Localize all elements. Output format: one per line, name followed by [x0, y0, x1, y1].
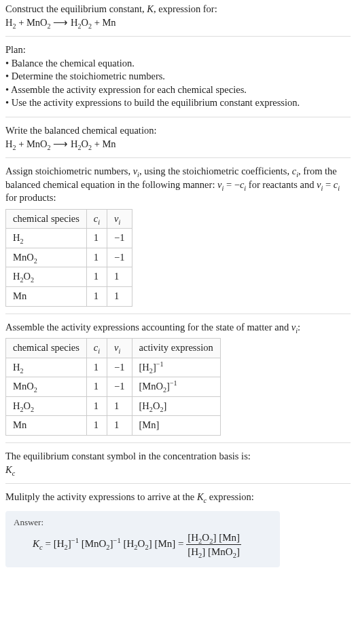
stoich-paragraph: Assign stoichiometric numbers, νi, using… [5, 165, 351, 205]
intro-block: Construct the equilibrium constant, K, e… [5, 3, 351, 29]
separator [5, 117, 351, 117]
answer-box: Answer: Kc = [H2]−1 [MnO2]−1 [H2O2] [Mn]… [5, 511, 280, 567]
table-row: H2 1 −1 [6, 229, 132, 248]
table-row: MnO2 1 −1 [6, 248, 132, 267]
answer-label: Answer: [14, 516, 272, 529]
table-header: νi [107, 339, 132, 358]
plan-heading: Plan: [5, 44, 26, 55]
final-heading: Mulitply the activity expressions to arr… [5, 491, 351, 504]
separator [5, 442, 351, 443]
plan-bullet: • Balance the chemical equation. [5, 58, 135, 69]
table-row: H2O2 1 1 [6, 267, 132, 287]
plan-bullet: • Assemble the activity expression for e… [5, 84, 247, 95]
plan-bullet: • Determine the stoichiometric numbers. [5, 71, 165, 81]
table-row: H2 1 −1 [H2]−1 [6, 358, 221, 377]
kc-basis-block: The equilibrium constant symbol in the c… [5, 450, 351, 476]
table-row: Mn 1 1 [6, 287, 132, 307]
table-header: ci [86, 339, 107, 358]
intro-prompt: Construct the equilibrium constant, [5, 3, 147, 14]
separator [5, 36, 351, 37]
balanced-heading: Write the balanced chemical equation: [5, 125, 156, 136]
balanced-equation: H2 + MnO2 ⟶ H2O2 + Mn [5, 138, 116, 149]
k-symbol: K [147, 3, 154, 14]
intro-prompt-tail: , expression for: [154, 3, 217, 14]
activity-heading: Assemble the activity expressions accoun… [5, 321, 351, 335]
table-row: MnO2 1 −1 [MnO2]−1 [6, 377, 221, 397]
separator [5, 314, 351, 314]
balanced-block: Write the balanced chemical equation: H2… [5, 124, 351, 151]
activity-table: chemical species ci νi activity expressi… [5, 338, 221, 436]
table-header: chemical species [6, 339, 87, 358]
separator [5, 157, 351, 158]
plan-bullet: • Use the activity expressions to build … [5, 97, 300, 108]
fraction: [H2O2] [Mn] [H2] [MnO2] [186, 531, 241, 559]
table-row: Mn 1 1 [Mn] [6, 416, 221, 436]
table-row: H2O2 1 1 [H2O2] [6, 396, 221, 416]
table-header: νi [107, 209, 132, 229]
table-header: ci [86, 209, 107, 229]
separator [5, 483, 351, 484]
table-header: chemical species [6, 209, 87, 229]
plan-block: Plan: • Balance the chemical equation. •… [5, 43, 351, 110]
stoich-table: chemical species ci νi H2 1 −1 MnO2 1 −1… [5, 209, 132, 307]
answer-expression: Kc = [H2]−1 [MnO2]−1 [H2O2] [Mn] = [H2O2… [14, 531, 272, 559]
intro-equation: H2 + MnO2 ⟶ H2O2 + Mn [5, 17, 116, 28]
table-header: activity expression [132, 339, 220, 358]
